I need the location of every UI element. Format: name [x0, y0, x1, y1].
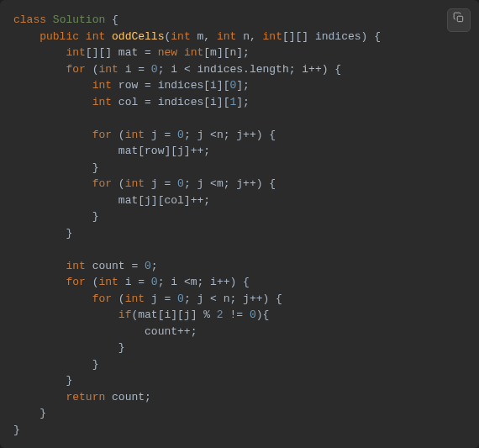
code-token: } — [92, 358, 99, 371]
copy-icon — [453, 12, 465, 29]
code-token: ( — [86, 276, 99, 288]
code-token: 0 — [151, 63, 158, 76]
code-token: int — [125, 293, 145, 305]
code-token: [m][n]; — [203, 46, 250, 59]
code-line: return count; — [13, 391, 151, 403]
code-token: count; — [105, 391, 151, 403]
code-token: if — [118, 308, 132, 321]
code-token: } — [66, 227, 72, 240]
code-token: i = — [118, 63, 151, 76]
code-token: int — [125, 129, 145, 141]
code-token: int — [66, 260, 85, 272]
code-token: n, — [236, 30, 262, 43]
code-token: != — [224, 308, 250, 321]
code-token: [][] indices) { — [282, 30, 381, 43]
code-token: ; i <m; i++) { — [158, 276, 250, 288]
copy-button[interactable] — [447, 8, 471, 32]
code-line: } — [13, 227, 72, 240]
code-token: return — [66, 391, 105, 403]
code-token: public — [39, 30, 79, 43]
code-line: mat[j][col]++; — [13, 194, 210, 207]
code-line: int row = indices[i][0]; — [13, 79, 250, 92]
code-token: mat[row][j]++; — [118, 145, 210, 157]
code-token: for — [66, 276, 85, 288]
code-token: int — [86, 30, 105, 43]
code-token: (mat[i][j] % — [131, 308, 216, 321]
code-token: 0 — [177, 293, 184, 305]
code-token: ]; — [236, 96, 250, 108]
code-token: ( — [86, 63, 99, 76]
code-line: for (int i = 0; i <m; i++) { — [13, 276, 250, 288]
code-token: ){ — [256, 308, 270, 321]
code-token: int — [98, 276, 118, 288]
code-token: Solution — [53, 13, 105, 26]
code-token: ; — [151, 260, 158, 272]
code-token: 0 — [177, 177, 184, 190]
code-token: int — [184, 46, 203, 59]
code-token: ]; — [236, 79, 250, 92]
code-line: mat[row][j]++; — [13, 145, 210, 157]
code-line: int col = indices[i][1]; — [13, 96, 250, 108]
code-line: } — [13, 341, 125, 354]
code-token: } — [92, 161, 99, 174]
code-line: class Solution { — [13, 13, 118, 26]
code-token: new — [158, 46, 177, 59]
code-token — [105, 30, 112, 43]
code-token: 0 — [177, 129, 184, 141]
code-token: { — [105, 13, 118, 26]
code-token: int — [125, 177, 145, 190]
code-line: if(mat[i][j] % 2 != 0){ — [13, 308, 269, 321]
code-token: j = — [145, 293, 177, 305]
code-line: } — [13, 210, 98, 223]
code-token: for — [66, 63, 85, 76]
code-token: class — [13, 13, 46, 26]
code-line: public int oddCells(int m, int n, int[][… — [13, 30, 381, 43]
code-token: ( — [112, 177, 125, 190]
code-token: int — [92, 79, 112, 92]
code-token: for — [92, 129, 112, 141]
code-line: int count = 0; — [13, 260, 158, 272]
code-token: ; j <n; j++) { — [184, 129, 276, 141]
code-token: ( — [112, 129, 125, 141]
code-token — [79, 30, 86, 43]
code-line: } — [13, 358, 98, 371]
code-token: oddCells — [112, 30, 164, 43]
code-token: mat[j][col]++; — [118, 194, 210, 207]
code-block: class Solution { public int oddCells(int… — [0, 0, 479, 448]
code-token: int — [171, 30, 190, 43]
code-line: for (int i = 0; i < indices.length; i++)… — [13, 63, 341, 76]
code-token: } — [66, 374, 72, 387]
code-token: int — [217, 30, 236, 43]
code-line: for (int j = 0; j <n; j++) { — [13, 129, 276, 141]
code-line: } — [13, 407, 46, 419]
code-token: count = — [86, 260, 145, 272]
code-token: j = — [145, 177, 177, 190]
code-line: } — [13, 374, 72, 387]
code-content: class Solution { public int oddCells(int… — [13, 12, 466, 438]
code-token: } — [92, 210, 99, 223]
code-token: for — [92, 177, 112, 190]
svg-rect-0 — [457, 16, 462, 21]
code-line: int[][] mat = new int[m][n]; — [13, 46, 250, 59]
code-line: for (int j = 0; j <m; j++) { — [13, 177, 276, 190]
code-token: for — [92, 293, 112, 305]
code-line: } — [13, 424, 20, 436]
code-token: int — [98, 63, 118, 76]
code-line: for (int j = 0; j < n; j++) { — [13, 293, 282, 305]
code-token: col = indices[i][ — [112, 96, 229, 108]
code-token: count++; — [145, 325, 197, 338]
code-token — [177, 46, 184, 59]
code-line: } — [13, 161, 98, 174]
code-token: } — [39, 407, 46, 419]
code-token: } — [118, 341, 125, 354]
code-token: int — [66, 46, 85, 59]
code-line: count++; — [13, 325, 197, 338]
code-token: [][] mat = — [86, 46, 158, 59]
code-token — [46, 13, 53, 26]
code-token: 2 — [217, 308, 224, 321]
code-token: i = — [118, 276, 151, 288]
code-token: 0 — [250, 308, 256, 321]
code-token: ; j < n; j++) { — [184, 293, 282, 305]
code-token: ; i < indices.length; i++) { — [158, 63, 341, 76]
code-token: } — [13, 424, 20, 436]
